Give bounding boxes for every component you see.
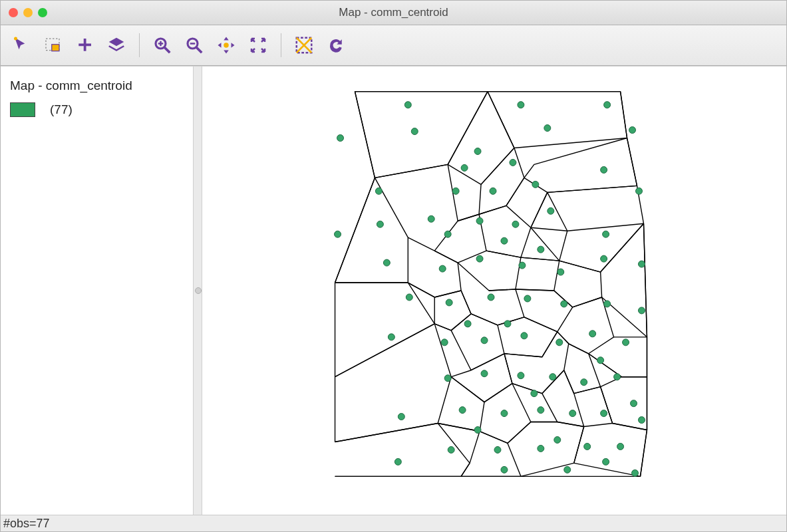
- svg-point-21: [601, 166, 607, 173]
- zoom-in-icon: [152, 35, 172, 55]
- select-button[interactable]: [6, 31, 35, 60]
- svg-point-55: [501, 410, 508, 417]
- svg-point-81: [464, 321, 471, 327]
- svg-point-27: [603, 231, 609, 237]
- layers-icon: [106, 35, 126, 55]
- svg-point-64: [617, 443, 624, 450]
- svg-point-15: [474, 148, 481, 154]
- svg-point-10: [224, 43, 229, 48]
- svg-point-88: [639, 417, 645, 424]
- refresh-button[interactable]: [321, 31, 351, 60]
- svg-point-29: [439, 265, 446, 272]
- svg-point-70: [377, 221, 383, 227]
- splitter-handle[interactable]: [194, 66, 202, 515]
- svg-point-86: [474, 427, 481, 434]
- svg-point-77: [461, 164, 468, 171]
- svg-point-25: [512, 221, 519, 227]
- add-button[interactable]: [70, 31, 99, 60]
- svg-point-12: [404, 102, 411, 108]
- layers-button[interactable]: [102, 31, 131, 60]
- svg-point-76: [544, 125, 551, 132]
- zoom-in-button[interactable]: [148, 31, 177, 60]
- legend-item[interactable]: (77): [10, 102, 184, 117]
- full-extent-icon: [248, 35, 268, 55]
- svg-point-87: [603, 458, 609, 465]
- svg-point-42: [481, 337, 488, 344]
- svg-point-84: [531, 390, 538, 397]
- zoom-out-button[interactable]: [180, 31, 209, 60]
- svg-point-28: [383, 259, 390, 266]
- svg-point-73: [639, 261, 645, 267]
- svg-point-54: [459, 407, 466, 414]
- grip-icon: [195, 287, 202, 294]
- svg-point-85: [554, 437, 561, 444]
- svg-point-49: [518, 372, 524, 379]
- svg-point-58: [601, 410, 607, 417]
- svg-point-82: [504, 321, 511, 327]
- cursor-icon: [11, 35, 31, 55]
- svg-point-18: [452, 188, 459, 194]
- svg-point-31: [519, 262, 526, 269]
- legend-title: Map - comm_centroid: [10, 78, 184, 93]
- svg-point-80: [538, 246, 544, 253]
- svg-point-16: [510, 159, 516, 166]
- svg-point-79: [501, 237, 508, 244]
- map-svg: [202, 66, 786, 515]
- svg-point-48: [481, 370, 488, 377]
- svg-point-32: [557, 269, 564, 275]
- svg-point-56: [538, 407, 544, 414]
- svg-point-41: [441, 339, 448, 346]
- svg-point-57: [569, 410, 576, 417]
- svg-point-61: [494, 446, 501, 453]
- svg-point-35: [446, 299, 452, 306]
- svg-point-23: [444, 231, 451, 237]
- svg-point-51: [581, 379, 587, 386]
- rect-select-button[interactable]: [38, 31, 67, 60]
- svg-point-45: [589, 331, 596, 337]
- svg-point-52: [614, 374, 621, 380]
- plus-icon: [75, 35, 94, 55]
- minimize-icon[interactable]: [23, 8, 33, 17]
- svg-point-33: [601, 255, 607, 262]
- status-bar: #obs=77: [1, 515, 786, 531]
- legend-swatch: [10, 102, 35, 117]
- zoom-out-icon: [184, 35, 204, 55]
- svg-point-75: [411, 128, 418, 135]
- svg-point-72: [636, 188, 643, 194]
- svg-point-67: [564, 466, 571, 473]
- svg-point-83: [597, 357, 604, 364]
- refresh-icon: [326, 35, 346, 55]
- svg-point-63: [584, 443, 591, 450]
- toolbar-separator: [281, 33, 281, 57]
- svg-point-30: [476, 255, 483, 262]
- toolbar-separator: [139, 33, 140, 57]
- svg-point-39: [604, 301, 611, 307]
- svg-point-34: [406, 294, 412, 301]
- svg-line-4: [164, 47, 170, 53]
- svg-point-40: [388, 334, 394, 340]
- full-extent-button[interactable]: [243, 31, 273, 60]
- svg-point-20: [532, 181, 539, 188]
- svg-point-44: [556, 339, 563, 346]
- svg-rect-2: [52, 45, 59, 51]
- app-window: Map - comm_centroid: [0, 0, 787, 532]
- svg-point-47: [444, 375, 451, 382]
- map-canvas[interactable]: [202, 66, 786, 515]
- svg-point-71: [629, 127, 636, 134]
- toolbar: [1, 25, 786, 66]
- svg-point-74: [639, 307, 645, 314]
- svg-point-66: [501, 466, 508, 473]
- legend-panel: Map - comm_centroid (77): [1, 66, 194, 515]
- titlebar[interactable]: Map - comm_centroid: [1, 1, 786, 25]
- rect-select-icon: [43, 35, 63, 55]
- maximize-icon[interactable]: [38, 8, 47, 17]
- svg-point-46: [623, 339, 629, 346]
- svg-line-8: [196, 47, 202, 53]
- basemap-button[interactable]: [289, 31, 319, 60]
- svg-point-19: [490, 188, 496, 194]
- pan-button[interactable]: [212, 31, 241, 60]
- svg-point-50: [550, 374, 556, 380]
- svg-point-0: [14, 37, 17, 41]
- close-icon[interactable]: [9, 8, 18, 17]
- svg-point-78: [428, 215, 434, 222]
